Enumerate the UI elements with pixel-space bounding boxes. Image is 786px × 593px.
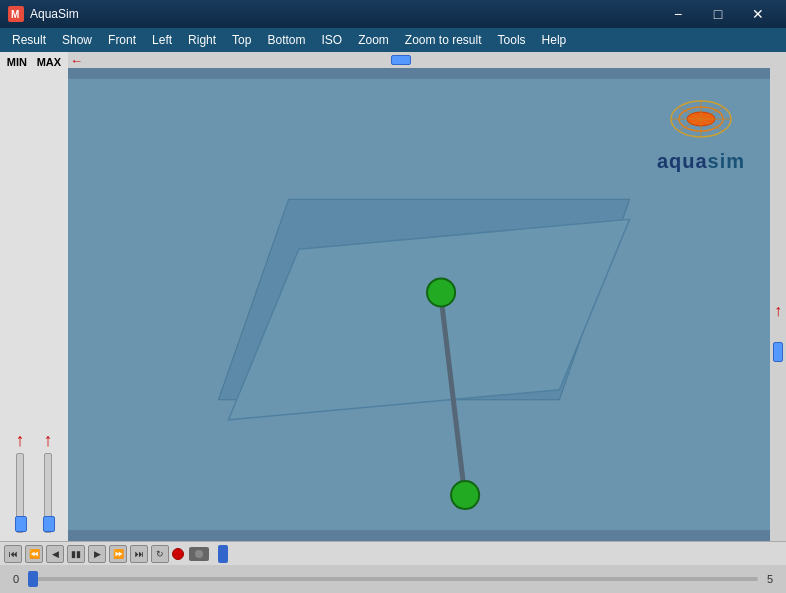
logo-text: aquasim — [656, 150, 746, 173]
menu-left[interactable]: Left — [144, 29, 180, 51]
pb-record-button[interactable] — [172, 548, 184, 560]
horizontal-scrollbar[interactable]: ← — [68, 52, 770, 68]
pb-rewind[interactable]: ⏪ — [25, 545, 43, 563]
pb-repeat[interactable]: ↻ — [151, 545, 169, 563]
close-button[interactable]: ✕ — [738, 0, 778, 28]
title-bar-left: M AquaSim — [8, 6, 79, 22]
slider-right-thumb[interactable] — [43, 516, 55, 532]
pb-skip-start[interactable]: ⏮ — [4, 545, 22, 563]
v-scroll-thumb[interactable] — [773, 342, 783, 362]
pb-camera-icon[interactable] — [189, 547, 209, 561]
bottom-bar: ⏮ ⏪ ◀ ▮▮ ▶ ⏩ ⏭ ↻ 0 5 — [0, 541, 786, 593]
menu-bar: Result Show Front Left Right Top Bottom … — [0, 28, 786, 52]
logo-aqua: aqua — [657, 150, 708, 172]
menu-top[interactable]: Top — [224, 29, 259, 51]
svg-text:M: M — [11, 9, 19, 20]
main-layout: MIN MAX ↑ ↑ ← ↑ — [0, 52, 786, 541]
slider-right-arrow: ↑ — [44, 431, 53, 449]
menu-bottom[interactable]: Bottom — [259, 29, 313, 51]
svg-point-6 — [427, 278, 455, 306]
maximize-button[interactable]: □ — [698, 0, 738, 28]
left-panel: MIN MAX ↑ ↑ — [0, 52, 68, 541]
v-scroll-arrow-up[interactable]: ↑ — [774, 302, 782, 320]
pb-play[interactable]: ▶ — [88, 545, 106, 563]
slider-left-arrow: ↑ — [16, 431, 25, 449]
logo-sim: sim — [708, 150, 745, 172]
slider-right-track[interactable] — [44, 453, 52, 533]
h-scroll-thumb[interactable] — [391, 55, 411, 65]
menu-tools[interactable]: Tools — [490, 29, 534, 51]
logo-area: aquasim — [656, 92, 746, 173]
logo-fish-icon — [656, 92, 746, 147]
slider-left-track[interactable] — [16, 453, 24, 533]
timeline-position-indicator[interactable] — [218, 545, 228, 563]
title-bar-controls: − □ ✕ — [658, 0, 778, 28]
timeline-track[interactable] — [28, 577, 758, 581]
app-title: AquaSim — [30, 7, 79, 21]
menu-zoom-result[interactable]: Zoom to result — [397, 29, 490, 51]
sliders-area: ↑ ↑ — [2, 72, 66, 537]
app-icon: M — [8, 6, 24, 22]
menu-show[interactable]: Show — [54, 29, 100, 51]
title-bar: M AquaSim − □ ✕ — [0, 0, 786, 28]
svg-point-7 — [451, 481, 479, 509]
min-label: MIN — [7, 56, 27, 68]
menu-iso[interactable]: ISO — [313, 29, 350, 51]
slider-right: ↑ — [44, 76, 53, 533]
h-scroll-arrow-left[interactable]: ← — [70, 53, 83, 68]
playback-controls: ⏮ ⏪ ◀ ▮▮ ▶ ⏩ ⏭ ↻ — [0, 541, 786, 565]
min-max-labels: MIN MAX — [2, 56, 66, 68]
timeline-start: 0 — [8, 573, 24, 585]
timeline-end: 5 — [762, 573, 778, 585]
pb-pause[interactable]: ▮▮ — [67, 545, 85, 563]
vertical-scrollbar[interactable]: ↑ — [770, 52, 786, 541]
slider-left-thumb[interactable] — [15, 516, 27, 532]
menu-front[interactable]: Front — [100, 29, 144, 51]
pb-prev[interactable]: ◀ — [46, 545, 64, 563]
menu-right[interactable]: Right — [180, 29, 224, 51]
menu-help[interactable]: Help — [534, 29, 575, 51]
slider-left: ↑ — [16, 76, 25, 533]
menu-result[interactable]: Result — [4, 29, 54, 51]
timeline-thumb[interactable] — [28, 571, 38, 587]
timeline-area[interactable]: 0 5 — [0, 565, 786, 593]
pb-fast-forward[interactable]: ⏩ — [109, 545, 127, 563]
viewport[interactable]: ← ↑ — [68, 52, 786, 541]
max-label: MAX — [37, 56, 61, 68]
minimize-button[interactable]: − — [658, 0, 698, 28]
menu-zoom[interactable]: Zoom — [350, 29, 397, 51]
pb-skip-end[interactable]: ⏭ — [130, 545, 148, 563]
scene-canvas: aquasim — [68, 68, 770, 541]
